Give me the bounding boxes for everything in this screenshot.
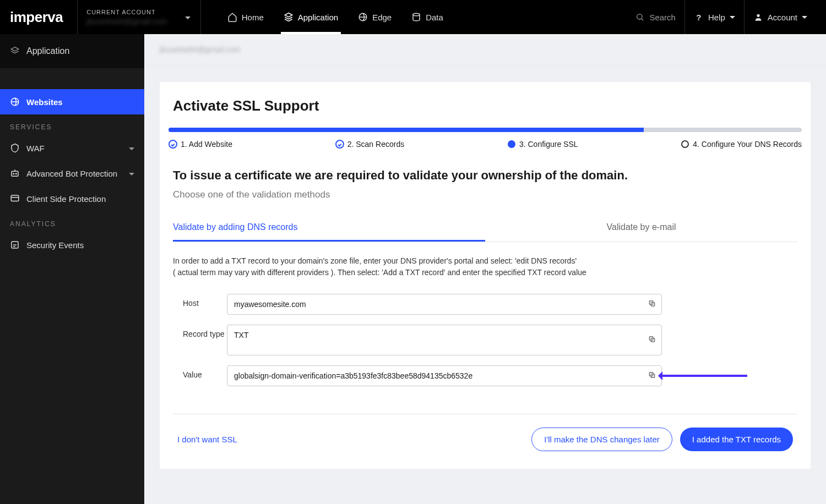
step-label: 1. Add Website xyxy=(181,140,232,149)
nav-label: Data xyxy=(426,13,443,22)
help-label: Help xyxy=(708,13,725,22)
nav-label: Home xyxy=(242,13,264,22)
sidebar-header: Application xyxy=(0,34,144,68)
main-content: jbuserka94@gmail.com Activate SSL Suppor… xyxy=(144,34,826,504)
validation-subheading: Choose one of the validation methods xyxy=(173,189,797,200)
wizard-steps: 1. Add Website 2. Scan Records 3. Config… xyxy=(169,140,802,168)
data-icon xyxy=(411,12,421,22)
account-button[interactable]: Account xyxy=(744,0,816,34)
progress-fill xyxy=(169,128,644,132)
nav-data[interactable]: Data xyxy=(401,0,453,34)
breadcrumb: jbuserka94@gmail.com xyxy=(144,34,826,65)
copy-icon[interactable] xyxy=(648,336,656,345)
top-nav: imperva CURRENT ACCOUNT jbuserka94@gmail… xyxy=(0,0,826,34)
confirm-txt-button[interactable]: I added the TXT records xyxy=(680,428,793,451)
page-title: Activate SSL Support xyxy=(173,97,802,114)
txt-value[interactable]: globalsign-domain-verification=a3b5193fe… xyxy=(227,365,662,386)
step-4: 4. Configure Your DNS Records xyxy=(681,140,802,149)
sidebar-item-advanced-bot[interactable]: Advanced Bot Protection xyxy=(0,161,144,186)
browser-shield-icon xyxy=(10,194,20,204)
nav-utilities: Search ? Help Account xyxy=(626,0,816,34)
current-step-icon xyxy=(507,140,516,149)
account-selector-label: CURRENT ACCOUNT xyxy=(86,9,167,15)
host-text: myawesomesite.com xyxy=(234,300,306,309)
primary-nav: Home Application Edge Data xyxy=(218,0,453,34)
search-button[interactable]: Search xyxy=(626,0,684,34)
home-icon xyxy=(227,12,237,22)
sidebar-item-label: Client Side Protection xyxy=(26,194,106,204)
tab-dns[interactable]: Validate by adding DNS records xyxy=(173,217,485,242)
sidebar-item-security-events[interactable]: Security Events xyxy=(0,232,144,258)
sidebar-item-label: Websites xyxy=(26,97,63,107)
caret-down-icon xyxy=(802,16,807,19)
svg-rect-10 xyxy=(11,195,19,201)
svg-line-3 xyxy=(642,19,643,20)
validation-heading: To issue a certificate we are required t… xyxy=(173,168,797,183)
field-value: Value globalsign-domain-verification=a3b… xyxy=(173,365,797,386)
instructions: In order to add a TXT record to your dom… xyxy=(173,255,797,278)
nav-application[interactable]: Application xyxy=(274,0,348,34)
chevron-down-icon xyxy=(129,169,134,177)
sidebar-item-label: Security Events xyxy=(26,240,84,250)
events-icon xyxy=(10,240,20,250)
svg-point-2 xyxy=(637,14,642,19)
field-label: Value xyxy=(183,365,227,380)
nav-edge[interactable]: Edge xyxy=(348,0,401,34)
search-label: Search xyxy=(649,13,676,22)
svg-point-8 xyxy=(16,173,17,174)
step-2: 2. Scan Records xyxy=(335,140,405,149)
application-icon xyxy=(10,46,20,56)
edge-icon xyxy=(358,12,368,22)
record-type-value[interactable]: TXT xyxy=(227,325,662,355)
validation-tabs: Validate by adding DNS records Validate … xyxy=(173,217,797,242)
globe-icon xyxy=(10,97,20,107)
chevron-down-icon xyxy=(129,144,134,152)
sidebar-item-client-side[interactable]: Client Side Protection xyxy=(0,186,144,211)
field-record-type: Record type TXT xyxy=(173,325,797,355)
account-selector-value: jbuserka94@gmail.com xyxy=(86,17,167,26)
skip-ssl-link[interactable]: I don't want SSL xyxy=(177,435,237,444)
help-button[interactable]: ? Help xyxy=(684,0,744,34)
svg-point-7 xyxy=(13,173,14,174)
field-label: Record type xyxy=(183,325,227,339)
sidebar-item-label: Advanced Bot Protection xyxy=(26,169,117,178)
step-1: 1. Add Website xyxy=(169,140,232,149)
sidebar-section-analytics: ANALYTICS xyxy=(0,211,144,232)
sidebar-section-services: SERVICES xyxy=(0,114,144,135)
nav-label: Application xyxy=(298,13,338,22)
application-icon xyxy=(284,12,294,22)
sidebar-item-websites[interactable]: Websites xyxy=(0,89,144,114)
svg-point-4 xyxy=(757,14,759,17)
host-value[interactable]: myawesomesite.com xyxy=(227,294,662,315)
step-3: 3. Configure SSL xyxy=(507,140,578,149)
later-button[interactable]: I'll make the DNS changes later xyxy=(531,428,672,451)
record-type-text: TXT xyxy=(234,331,248,339)
instructions-line-1: In order to add a TXT record to your dom… xyxy=(173,256,577,265)
help-icon: ? xyxy=(694,12,704,22)
caret-down-icon xyxy=(730,16,735,19)
progress-bar xyxy=(169,128,802,132)
bot-icon xyxy=(10,168,20,178)
tab-email[interactable]: Validate by e-mail xyxy=(485,217,797,242)
field-host: Host myawesomesite.com xyxy=(173,294,797,315)
nav-home[interactable]: Home xyxy=(218,0,274,34)
account-label: Account xyxy=(768,13,797,22)
check-circle-icon xyxy=(335,140,344,149)
footer-actions: I'll make the DNS changes later I added … xyxy=(531,428,793,451)
step-label: 4. Configure Your DNS Records xyxy=(693,140,802,149)
search-icon xyxy=(635,12,645,22)
sidebar-item-waf[interactable]: WAF xyxy=(0,135,144,161)
check-circle-icon xyxy=(169,140,177,149)
step-label: 3. Configure SSL xyxy=(519,140,578,149)
txt-value-text: globalsign-domain-verification=a3b5193fe… xyxy=(234,371,472,380)
sidebar: Application Websites SERVICES WAF Advanc… xyxy=(0,34,144,504)
card-footer: I don't want SSL I'll make the DNS chang… xyxy=(173,414,797,456)
sidebar-item-label: WAF xyxy=(26,144,45,153)
ssl-setup-card: Activate SSL Support 1. Add Website 2. S… xyxy=(160,82,811,469)
pending-step-icon xyxy=(681,140,689,149)
caret-down-icon xyxy=(185,13,191,21)
account-selector[interactable]: CURRENT ACCOUNT jbuserka94@gmail.com xyxy=(77,0,201,34)
instructions-line-2: ( actual term may vary with different pr… xyxy=(173,268,586,277)
copy-icon[interactable] xyxy=(648,300,656,309)
svg-point-1 xyxy=(413,13,420,16)
